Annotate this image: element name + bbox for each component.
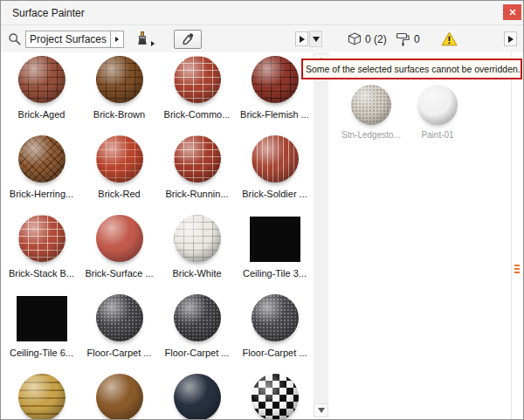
surface-thumbnail [174,294,221,341]
surface-thumbnail [252,135,299,182]
surface-tile[interactable]: Floor-Carpet ... [80,290,158,369]
down-arrow-icon [313,37,320,42]
surface-thumbnail [18,374,66,420]
scroll-down-button[interactable] [314,403,328,417]
surface-tile[interactable]: Brick-White [158,210,236,290]
collapse-chevron-button[interactable] [309,31,322,47]
surface-label: Floor-Carpet ... [165,348,230,358]
selected-surface-tile[interactable]: Stn-Ledgesto... [343,85,399,140]
paint-roller-icon [396,32,410,46]
painted-count: 0 [414,33,420,45]
surface-grid: Brick-Aged Brick-Brown Brick-Commo... Br… [3,52,314,420]
selected-surfaces-count-group: 0 (2) [348,32,387,45]
surface-label: Brick-Stack B... [9,268,74,279]
right-arrow-icon [300,36,305,43]
surface-thumbnail [250,217,300,262]
right-edge-strip [511,52,523,420]
expand-right-panel-button[interactable] [504,31,517,46]
right-arrow-icon [115,37,119,42]
surface-painter-window: Surface Painter [0,0,524,420]
surface-tile[interactable]: Brick-Herring... [3,131,80,210]
pick-surface-button[interactable] [174,30,202,49]
surface-label: Brick-Aged [18,109,66,120]
surface-tile[interactable]: Brick-Aged [3,52,80,131]
surface-label: Ceiling-Tile 6... [10,348,73,358]
surface-thumbnail [96,374,143,420]
surface-label: Brick-Soldier ... [242,189,307,199]
surface-thumbnail [96,56,143,103]
window-title: Surface Painter [12,7,85,19]
surface-thumbnail [18,215,66,262]
surface-thumbnail [18,135,66,182]
surface-thumbnail [18,56,66,103]
down-arrow-icon [318,408,325,413]
toolbar: 0 (2) 0 [1,25,523,52]
painted-surfaces-count-group: 0 [396,32,420,46]
surface-label: Brick-Runnin... [165,189,228,199]
override-warning-tooltip: Some of the selected surfaces cannot be … [301,59,522,79]
surface-tile[interactable]: Floor-Carpet ... [236,290,314,369]
surface-tile[interactable]: Ceiling-Tile 6... [3,290,80,369]
surface-label: Floor-Carpet ... [87,348,152,358]
brush-dropdown-icon [151,41,155,46]
surface-tile[interactable]: Brick-Surface ... [80,210,158,290]
surface-tile[interactable]: Brick-Stack B... [3,210,80,290]
selected-surface-thumbnail [417,85,458,125]
surface-thumbnail [174,135,221,182]
close-icon [509,9,516,16]
surface-label: Floor-Carpet ... [243,348,307,358]
override-warning-text: Some of the selected surfaces cannot be … [306,64,521,74]
surface-thumbnail [174,56,221,103]
warning-icon[interactable] [441,31,458,46]
surface-thumbnail [252,56,299,103]
surface-label: Brick-Flemish ... [240,109,309,120]
grid-scrollbar[interactable] [314,53,328,417]
surface-thumbnail [252,294,299,341]
package-icon [348,32,362,45]
paint-surface-button[interactable] [136,31,155,46]
surface-label: Ceiling-Tile 3... [243,268,307,279]
surface-label: Brick-Herring... [10,189,73,199]
surface-tile[interactable]: Brick-Commo... [158,52,236,131]
panel-grip-handle[interactable] [514,265,520,273]
selected-surface-label: Paint-01 [421,130,453,140]
surface-tile[interactable] [158,369,236,420]
search-scope-input[interactable] [25,31,111,48]
right-arrow-icon [508,36,514,43]
surface-tile[interactable]: Brick-Red [80,131,158,210]
surface-label: Brick-Surface ... [85,268,153,279]
title-bar[interactable]: Surface Painter [1,1,523,25]
surface-thumbnail [96,215,143,262]
surface-tile[interactable]: Brick-Runnin... [158,131,236,210]
close-button[interactable] [503,4,521,20]
surface-thumbnail [174,374,221,420]
surface-label: Brick-Red [98,189,140,199]
search-icon [8,32,21,45]
surface-tile[interactable]: Floor-Carpet ... [158,290,236,369]
surface-tile[interactable]: Brick-Brown [80,52,158,131]
eyedropper-icon [182,32,195,45]
selected-surface-label: Stn-Ledgesto... [341,130,401,140]
surface-tile[interactable] [3,369,80,420]
paint-brush-icon [136,31,148,46]
surface-thumbnail [96,294,143,341]
surface-label: Brick-White [172,268,221,279]
surface-tile[interactable]: Ceiling-Tile 3... [236,210,314,290]
surface-tile[interactable] [80,369,158,420]
surface-tile[interactable]: Brick-Soldier ... [236,131,314,210]
surface-tile[interactable] [236,369,314,420]
surface-thumbnail [96,135,143,182]
search-scope-dropdown-button[interactable] [111,31,124,48]
selected-surface-thumbnail [351,85,391,125]
scroll-track[interactable] [314,67,328,403]
selection-panel: Stn-Ledgesto... Paint-01 [331,52,513,419]
selected-surface-tile[interactable]: Paint-01 [410,85,465,140]
selected-count: 0 (2) [365,33,387,45]
surface-thumbnail [174,215,221,262]
expand-left-panel-button[interactable] [295,31,308,46]
surface-thumbnail [252,374,299,420]
surface-thumbnail [17,296,67,341]
surface-label: Brick-Commo... [164,109,231,120]
surface-label: Brick-Brown [93,109,145,120]
